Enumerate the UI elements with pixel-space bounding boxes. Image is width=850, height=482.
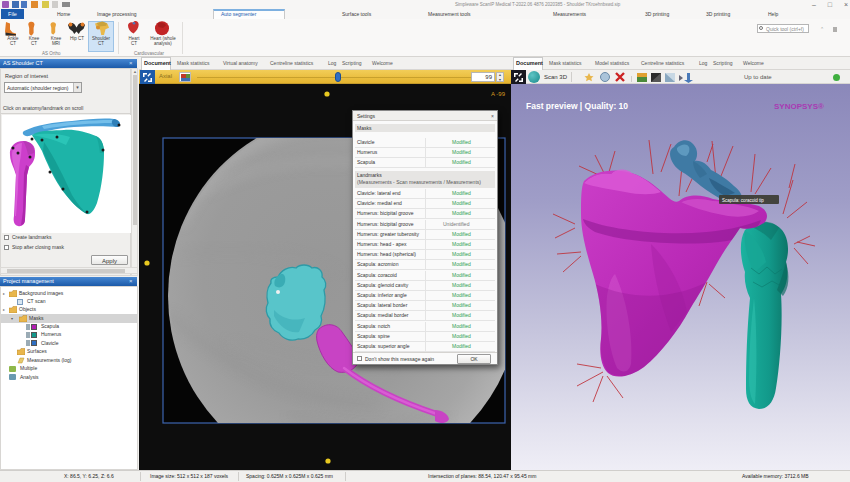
svg-text:Fast preview | Quality: 10: Fast preview | Quality: 10 bbox=[526, 101, 628, 111]
svg-text:SYNOPSYS®: SYNOPSYS® bbox=[774, 102, 824, 111]
svg-text:A -99: A -99 bbox=[491, 91, 506, 97]
svg-text:Scapula: coracoid tip: Scapula: coracoid tip bbox=[722, 198, 764, 203]
